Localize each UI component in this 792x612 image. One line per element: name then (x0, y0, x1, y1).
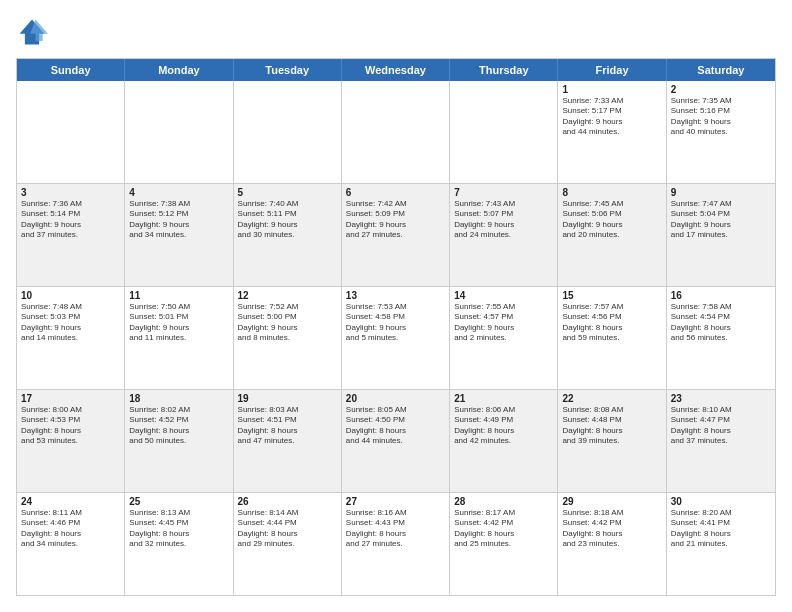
day-number: 23 (671, 393, 771, 404)
day-cell-17: 17Sunrise: 8:00 AM Sunset: 4:53 PM Dayli… (17, 390, 125, 492)
weekday-header-friday: Friday (558, 59, 666, 81)
day-number: 2 (671, 84, 771, 95)
day-info: Sunrise: 7:33 AM Sunset: 5:17 PM Dayligh… (562, 96, 661, 138)
day-number: 26 (238, 496, 337, 507)
day-number: 24 (21, 496, 120, 507)
day-info: Sunrise: 7:43 AM Sunset: 5:07 PM Dayligh… (454, 199, 553, 241)
empty-cell (342, 81, 450, 183)
day-cell-4: 4Sunrise: 7:38 AM Sunset: 5:12 PM Daylig… (125, 184, 233, 286)
calendar-row-3: 10Sunrise: 7:48 AM Sunset: 5:03 PM Dayli… (17, 286, 775, 389)
day-cell-22: 22Sunrise: 8:08 AM Sunset: 4:48 PM Dayli… (558, 390, 666, 492)
day-info: Sunrise: 7:57 AM Sunset: 4:56 PM Dayligh… (562, 302, 661, 344)
day-info: Sunrise: 8:02 AM Sunset: 4:52 PM Dayligh… (129, 405, 228, 447)
logo (16, 16, 52, 48)
day-info: Sunrise: 7:47 AM Sunset: 5:04 PM Dayligh… (671, 199, 771, 241)
calendar-body: 1Sunrise: 7:33 AM Sunset: 5:17 PM Daylig… (17, 81, 775, 595)
calendar-header: SundayMondayTuesdayWednesdayThursdayFrid… (17, 59, 775, 81)
day-info: Sunrise: 8:08 AM Sunset: 4:48 PM Dayligh… (562, 405, 661, 447)
day-cell-16: 16Sunrise: 7:58 AM Sunset: 4:54 PM Dayli… (667, 287, 775, 389)
day-info: Sunrise: 8:18 AM Sunset: 4:42 PM Dayligh… (562, 508, 661, 550)
day-number: 4 (129, 187, 228, 198)
day-number: 5 (238, 187, 337, 198)
day-cell-26: 26Sunrise: 8:14 AM Sunset: 4:44 PM Dayli… (234, 493, 342, 595)
day-cell-20: 20Sunrise: 8:05 AM Sunset: 4:50 PM Dayli… (342, 390, 450, 492)
weekday-header-wednesday: Wednesday (342, 59, 450, 81)
calendar-row-1: 1Sunrise: 7:33 AM Sunset: 5:17 PM Daylig… (17, 81, 775, 183)
calendar-row-5: 24Sunrise: 8:11 AM Sunset: 4:46 PM Dayli… (17, 492, 775, 595)
day-cell-14: 14Sunrise: 7:55 AM Sunset: 4:57 PM Dayli… (450, 287, 558, 389)
day-info: Sunrise: 7:48 AM Sunset: 5:03 PM Dayligh… (21, 302, 120, 344)
day-info: Sunrise: 8:17 AM Sunset: 4:42 PM Dayligh… (454, 508, 553, 550)
day-info: Sunrise: 7:35 AM Sunset: 5:16 PM Dayligh… (671, 96, 771, 138)
day-info: Sunrise: 7:36 AM Sunset: 5:14 PM Dayligh… (21, 199, 120, 241)
day-number: 10 (21, 290, 120, 301)
day-number: 22 (562, 393, 661, 404)
empty-cell (450, 81, 558, 183)
day-cell-21: 21Sunrise: 8:06 AM Sunset: 4:49 PM Dayli… (450, 390, 558, 492)
header (16, 16, 776, 48)
day-cell-9: 9Sunrise: 7:47 AM Sunset: 5:04 PM Daylig… (667, 184, 775, 286)
day-number: 28 (454, 496, 553, 507)
day-number: 6 (346, 187, 445, 198)
empty-cell (125, 81, 233, 183)
day-info: Sunrise: 8:00 AM Sunset: 4:53 PM Dayligh… (21, 405, 120, 447)
day-number: 7 (454, 187, 553, 198)
day-cell-13: 13Sunrise: 7:53 AM Sunset: 4:58 PM Dayli… (342, 287, 450, 389)
day-number: 29 (562, 496, 661, 507)
day-cell-5: 5Sunrise: 7:40 AM Sunset: 5:11 PM Daylig… (234, 184, 342, 286)
day-info: Sunrise: 7:42 AM Sunset: 5:09 PM Dayligh… (346, 199, 445, 241)
day-number: 13 (346, 290, 445, 301)
day-info: Sunrise: 7:45 AM Sunset: 5:06 PM Dayligh… (562, 199, 661, 241)
day-cell-11: 11Sunrise: 7:50 AM Sunset: 5:01 PM Dayli… (125, 287, 233, 389)
day-info: Sunrise: 7:50 AM Sunset: 5:01 PM Dayligh… (129, 302, 228, 344)
day-info: Sunrise: 7:52 AM Sunset: 5:00 PM Dayligh… (238, 302, 337, 344)
day-number: 27 (346, 496, 445, 507)
day-number: 12 (238, 290, 337, 301)
day-info: Sunrise: 8:16 AM Sunset: 4:43 PM Dayligh… (346, 508, 445, 550)
day-number: 16 (671, 290, 771, 301)
day-cell-28: 28Sunrise: 8:17 AM Sunset: 4:42 PM Dayli… (450, 493, 558, 595)
day-cell-29: 29Sunrise: 8:18 AM Sunset: 4:42 PM Dayli… (558, 493, 666, 595)
day-number: 17 (21, 393, 120, 404)
day-info: Sunrise: 8:05 AM Sunset: 4:50 PM Dayligh… (346, 405, 445, 447)
day-cell-23: 23Sunrise: 8:10 AM Sunset: 4:47 PM Dayli… (667, 390, 775, 492)
calendar-row-2: 3Sunrise: 7:36 AM Sunset: 5:14 PM Daylig… (17, 183, 775, 286)
day-number: 3 (21, 187, 120, 198)
day-info: Sunrise: 7:55 AM Sunset: 4:57 PM Dayligh… (454, 302, 553, 344)
weekday-header-sunday: Sunday (17, 59, 125, 81)
day-cell-1: 1Sunrise: 7:33 AM Sunset: 5:17 PM Daylig… (558, 81, 666, 183)
day-cell-25: 25Sunrise: 8:13 AM Sunset: 4:45 PM Dayli… (125, 493, 233, 595)
day-info: Sunrise: 8:11 AM Sunset: 4:46 PM Dayligh… (21, 508, 120, 550)
logo-icon (16, 16, 48, 48)
day-info: Sunrise: 8:03 AM Sunset: 4:51 PM Dayligh… (238, 405, 337, 447)
day-cell-2: 2Sunrise: 7:35 AM Sunset: 5:16 PM Daylig… (667, 81, 775, 183)
day-cell-8: 8Sunrise: 7:45 AM Sunset: 5:06 PM Daylig… (558, 184, 666, 286)
day-number: 19 (238, 393, 337, 404)
day-cell-30: 30Sunrise: 8:20 AM Sunset: 4:41 PM Dayli… (667, 493, 775, 595)
day-number: 21 (454, 393, 553, 404)
day-number: 1 (562, 84, 661, 95)
day-cell-12: 12Sunrise: 7:52 AM Sunset: 5:00 PM Dayli… (234, 287, 342, 389)
calendar-row-4: 17Sunrise: 8:00 AM Sunset: 4:53 PM Dayli… (17, 389, 775, 492)
day-cell-24: 24Sunrise: 8:11 AM Sunset: 4:46 PM Dayli… (17, 493, 125, 595)
weekday-header-saturday: Saturday (667, 59, 775, 81)
day-info: Sunrise: 7:58 AM Sunset: 4:54 PM Dayligh… (671, 302, 771, 344)
calendar: SundayMondayTuesdayWednesdayThursdayFrid… (16, 58, 776, 596)
weekday-header-tuesday: Tuesday (234, 59, 342, 81)
day-cell-15: 15Sunrise: 7:57 AM Sunset: 4:56 PM Dayli… (558, 287, 666, 389)
day-cell-10: 10Sunrise: 7:48 AM Sunset: 5:03 PM Dayli… (17, 287, 125, 389)
day-cell-7: 7Sunrise: 7:43 AM Sunset: 5:07 PM Daylig… (450, 184, 558, 286)
empty-cell (17, 81, 125, 183)
empty-cell (234, 81, 342, 183)
day-number: 20 (346, 393, 445, 404)
day-info: Sunrise: 7:38 AM Sunset: 5:12 PM Dayligh… (129, 199, 228, 241)
day-number: 30 (671, 496, 771, 507)
day-number: 11 (129, 290, 228, 301)
day-info: Sunrise: 8:13 AM Sunset: 4:45 PM Dayligh… (129, 508, 228, 550)
day-cell-19: 19Sunrise: 8:03 AM Sunset: 4:51 PM Dayli… (234, 390, 342, 492)
day-cell-27: 27Sunrise: 8:16 AM Sunset: 4:43 PM Dayli… (342, 493, 450, 595)
weekday-header-thursday: Thursday (450, 59, 558, 81)
weekday-header-monday: Monday (125, 59, 233, 81)
day-number: 9 (671, 187, 771, 198)
day-number: 14 (454, 290, 553, 301)
